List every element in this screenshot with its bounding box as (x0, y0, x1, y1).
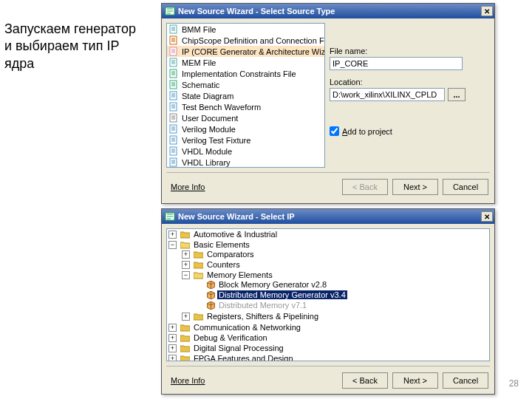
expand-icon[interactable]: + (168, 334, 177, 342)
tree-item[interactable]: +Comparators (182, 250, 489, 259)
close-icon[interactable]: ✕ (481, 6, 493, 16)
list-item-label: State Diagram (182, 92, 233, 100)
tree-item[interactable]: Distributed Memory Generator v3.4 (195, 290, 489, 299)
dialog-select-ip: New Source Wizard - Select IP ✕ +Automot… (161, 208, 495, 395)
list-item-label: IP (CORE Generator & Architecture Wizard… (182, 47, 325, 56)
tree-item-label: Memory Elements (205, 270, 274, 279)
list-item-label: BMM File (182, 25, 216, 34)
add-to-project-checkbox[interactable]: Add to project (330, 126, 490, 136)
expand-icon[interactable]: + (182, 313, 190, 321)
list-item-label: Test Bench Waveform (182, 103, 261, 112)
expand-icon[interactable]: + (168, 324, 177, 332)
file-name-label: File name: (330, 47, 490, 55)
tree-item[interactable]: +Counters (182, 260, 489, 269)
list-item-label: Implementation Constraints File (182, 69, 296, 78)
list-item[interactable]: State Diagram (167, 90, 324, 101)
list-item[interactable]: Implementation Constraints File (167, 68, 324, 79)
tree-item-label: Distributed Memory v7.1 (217, 301, 308, 310)
list-item-label: Schematic (182, 81, 219, 89)
list-item[interactable]: User Document (167, 112, 324, 123)
instruction-text: Запускаем генератор и выбираем тип IP яд… (4, 21, 152, 72)
tree-item[interactable]: −Basic Elements (168, 240, 489, 249)
file-name-input[interactable] (330, 57, 463, 70)
list-item-label: VHDL Module (182, 147, 232, 156)
tree-item[interactable]: Distributed Memory v7.1 (195, 301, 489, 310)
list-item[interactable]: Schematic (167, 79, 324, 90)
list-item-label: User Document (182, 114, 238, 123)
more-info-link[interactable]: More Info (168, 375, 208, 386)
tree-item[interactable]: Block Memory Generator v2.8 (195, 280, 489, 289)
cancel-button[interactable]: Cancel (443, 179, 488, 195)
titlebar[interactable]: New Source Wizard - Select IP ✕ (162, 209, 494, 224)
tree-item-label: Distributed Memory Generator v3.4 (217, 290, 347, 299)
list-item[interactable]: MEM File (167, 57, 324, 68)
tree-item-label: Basic Elements (192, 240, 251, 249)
list-item[interactable]: VHDL Library (167, 157, 324, 168)
next-button[interactable]: Next > (392, 372, 438, 389)
tree-item[interactable]: +FPGA Features and Design (168, 354, 489, 361)
app-icon (165, 6, 175, 16)
tree-item[interactable]: +Automotive & Industrial (168, 230, 489, 239)
tree-item[interactable]: +Communication & Networking (168, 323, 489, 332)
dialog-title: New Source Wizard - Select IP (178, 212, 481, 221)
list-item[interactable]: VHDL Module (167, 146, 324, 157)
source-type-list[interactable]: BMM FileChipScope Definition and Connect… (166, 23, 325, 168)
tree-item-label: FPGA Features and Design (192, 354, 295, 361)
browse-button[interactable]: ... (448, 88, 466, 101)
expand-icon[interactable]: + (182, 261, 190, 269)
list-item-label: VHDL Library (182, 158, 231, 167)
expand-icon[interactable]: + (168, 344, 177, 352)
tree-item-label: Registers, Shifters & Pipelining (205, 312, 320, 321)
back-button[interactable]: < Back (342, 372, 388, 389)
tree-item-label: Counters (205, 260, 242, 269)
dialog-select-source-type: New Source Wizard - Select Source Type ✕… (161, 3, 495, 204)
tree-item-label: Block Memory Generator v2.8 (217, 280, 328, 289)
tree-item[interactable]: +Debug & Verification (168, 333, 489, 342)
list-item[interactable]: Test Bench Waveform (167, 101, 324, 112)
add-to-project-label: Add to project (342, 127, 392, 136)
list-item[interactable]: IP (CORE Generator & Architecture Wizard… (167, 46, 324, 57)
tree-item-label: Communication & Networking (192, 323, 302, 332)
button-row: More Info < Back Next > Cancel (162, 173, 494, 201)
list-item-label: MEM File (182, 58, 216, 67)
button-row: More Info < Back Next > Cancel (162, 366, 494, 395)
ip-tree[interactable]: +Automotive & Industrial−Basic Elements+… (166, 228, 490, 361)
back-button: < Back (342, 179, 388, 195)
location-input[interactable] (330, 88, 445, 101)
add-to-project-input[interactable] (330, 126, 339, 136)
expand-icon[interactable]: + (168, 355, 177, 362)
list-item-label: Verilog Module (182, 125, 236, 134)
tree-item-label: Debug & Verification (192, 333, 269, 342)
tree-item[interactable]: −Memory Elements (182, 270, 489, 279)
list-item-label: Verilog Test Fixture (182, 136, 250, 145)
list-item[interactable]: Verilog Module (167, 123, 324, 134)
location-label: Location: (330, 78, 490, 86)
expand-icon[interactable]: + (168, 231, 177, 239)
dialog-title: New Source Wizard - Select Source Type (178, 7, 481, 16)
tree-item-label: Automotive & Industrial (192, 230, 279, 239)
tree-item[interactable]: +Registers, Shifters & Pipelining (182, 312, 489, 321)
next-button[interactable]: Next > (392, 179, 438, 195)
list-item[interactable]: ChipScope Definition and Connection File (167, 35, 324, 46)
app-icon (165, 211, 175, 222)
page-number: 28 (509, 378, 519, 389)
cancel-button[interactable]: Cancel (443, 372, 488, 389)
list-item[interactable]: BMM File (167, 24, 324, 35)
expand-icon[interactable]: + (182, 250, 190, 259)
tree-item-label: Comparators (205, 250, 256, 259)
tree-item[interactable]: +Digital Signal Processing (168, 344, 489, 352)
titlebar[interactable]: New Source Wizard - Select Source Type ✕ (162, 4, 494, 18)
tree-item-label: Digital Signal Processing (192, 344, 285, 352)
list-item[interactable]: Verilog Test Fixture (167, 134, 324, 146)
close-icon[interactable]: ✕ (481, 211, 493, 222)
more-info-link[interactable]: More Info (168, 181, 208, 193)
list-item-label: ChipScope Definition and Connection File (182, 36, 325, 45)
form-panel: File name: Location: ... Add to project (330, 23, 490, 168)
collapse-icon[interactable]: − (168, 241, 177, 249)
collapse-icon[interactable]: − (182, 271, 190, 279)
